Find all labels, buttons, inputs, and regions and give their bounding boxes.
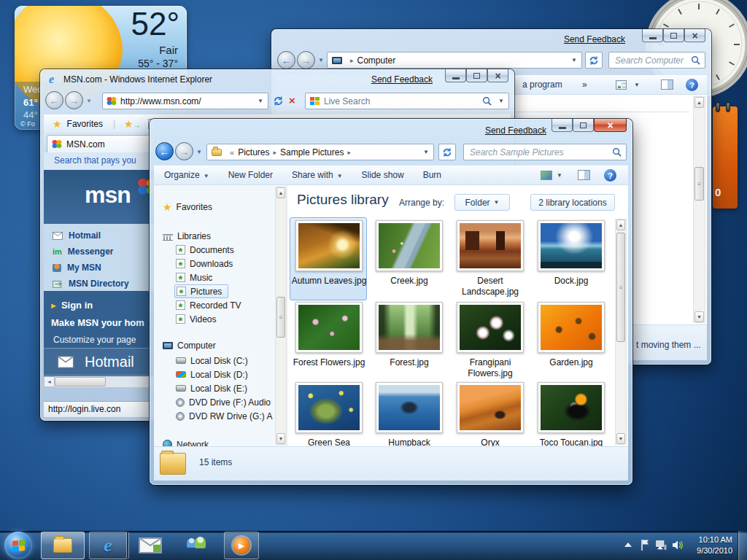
show-hidden-icons-button[interactable] <box>624 542 632 547</box>
recent-pages-chevron-icon[interactable]: ▼ <box>318 57 324 63</box>
network-tray-icon[interactable] <box>656 540 667 553</box>
customize-link[interactable]: Customize your page <box>53 335 136 345</box>
sidebar-item-dvd-f[interactable]: DVD Drive (F:) Audio <box>176 395 271 409</box>
scroll-down-button[interactable]: ▼ <box>694 311 704 322</box>
send-feedback-link[interactable]: Send Feedback <box>371 74 433 85</box>
sidebar-item-music[interactable]: *Music <box>176 271 212 284</box>
sidebar-item-favorites[interactable]: ★Favorites <box>163 200 212 214</box>
library-locations-button[interactable]: 2 library locations <box>530 194 615 211</box>
share-with-button[interactable]: Share with▼ <box>292 170 343 180</box>
search-box[interactable]: Search Sample Pictures <box>463 144 627 160</box>
preview-pane-icon[interactable] <box>661 79 673 90</box>
sidebar-item-disk-e[interactable]: Local Disk (E:) <box>176 381 247 395</box>
url-bar[interactable]: http://www.msn.com/ ▼ <box>102 93 268 109</box>
scroll-left-button[interactable]: ◄ <box>44 376 55 387</box>
items-scrollbar[interactable]: ▲ ≡ ▼ <box>615 219 627 445</box>
views-icon[interactable] <box>541 171 552 180</box>
forward-button[interactable]: → <box>65 91 83 109</box>
tray-clock[interactable]: 10:10 AM 9/30/2010 <box>697 534 732 556</box>
back-button[interactable]: ← <box>45 91 63 109</box>
calendar-gadget[interactable]: 0 <box>713 106 738 209</box>
show-desktop-button[interactable] <box>738 531 747 560</box>
breadcrumb-arrow-icon[interactable]: ▸ <box>269 149 280 156</box>
scroll-down-button[interactable]: ▼ <box>616 433 625 444</box>
stop-icon[interactable]: × <box>289 94 295 106</box>
link-row[interactable]: Hotmail <box>53 230 101 241</box>
address-bar[interactable]: « Pictures ▸ Sample Pictures ▸ ▼ <box>206 144 434 160</box>
scroll-thumb[interactable]: ≡ <box>694 167 704 201</box>
refresh-button[interactable] <box>273 96 284 109</box>
sidebar-item-pictures[interactable]: *Pictures <box>174 284 228 298</box>
maximize-button[interactable] <box>466 69 487 82</box>
search-icon[interactable] <box>691 55 700 65</box>
minimize-button[interactable] <box>642 29 663 42</box>
scroll-down-button[interactable]: ▼ <box>276 433 285 444</box>
scroll-up-button[interactable]: ▲ <box>694 97 704 108</box>
minimize-button[interactable] <box>445 69 466 82</box>
sidebar-item-downloads[interactable]: *Downloads <box>176 257 233 271</box>
arrange-by-button[interactable]: Folder▼ <box>454 194 510 211</box>
close-button[interactable]: × <box>487 69 508 82</box>
taskbar-messenger-button[interactable] <box>184 537 213 554</box>
sign-in-row[interactable]: ► Sign in <box>50 300 93 311</box>
recent-pages-chevron-icon[interactable]: ▼ <box>86 98 92 104</box>
help-icon[interactable]: ? <box>604 169 616 182</box>
views-dropdown-icon[interactable]: ▼ <box>557 172 562 179</box>
url-text[interactable]: http://www.msn.com/ <box>120 96 201 106</box>
breadcrumb-overflow-icon[interactable]: « <box>226 148 238 157</box>
recent-pages-chevron-icon[interactable]: ▼ <box>196 149 202 155</box>
breadcrumb-pictures[interactable]: Pictures <box>238 147 269 158</box>
action-center-flag-icon[interactable] <box>640 539 649 551</box>
scroll-up-button[interactable]: ▲ <box>276 187 285 198</box>
new-folder-button[interactable]: New Folder <box>228 170 273 180</box>
sidebar-item-disk-c[interactable]: Local Disk (C:) <box>176 354 248 368</box>
views-icon[interactable] <box>616 80 627 90</box>
back-button[interactable]: ← <box>155 142 174 160</box>
views-dropdown-icon[interactable]: ▼ <box>634 82 640 88</box>
sidebar-item-computer[interactable]: Computer <box>163 338 216 352</box>
forward-button[interactable]: → <box>297 51 315 69</box>
back-button[interactable]: ← <box>277 51 295 69</box>
close-button[interactable]: × <box>594 119 627 132</box>
start-button[interactable] <box>4 532 32 559</box>
add-favorite-icon[interactable]: ★→ <box>124 119 141 129</box>
navigation-scrollbar[interactable]: ▲ ≡ ▼ <box>275 187 287 445</box>
search-icon[interactable] <box>482 96 492 106</box>
toolbar-partial-item[interactable]: a program <box>522 79 562 90</box>
preview-pane-icon[interactable] <box>578 170 590 180</box>
organize-button[interactable]: Organize▼ <box>164 170 209 180</box>
slide-show-button[interactable]: Slide show <box>362 170 404 180</box>
pictures-window[interactable]: Send Feedback × ← → ▼ « Pictures ▸ Sampl… <box>150 119 632 485</box>
address-dropdown-icon[interactable]: ▼ <box>571 57 577 63</box>
volume-tray-icon[interactable] <box>672 540 684 553</box>
address-dropdown-icon[interactable]: ▼ <box>423 149 429 155</box>
favorites-button[interactable]: Favorites <box>67 119 103 129</box>
send-feedback-link[interactable]: Send Feedback <box>564 34 625 44</box>
breadcrumb-computer[interactable]: Computer <box>357 55 396 66</box>
scroll-thumb[interactable]: ≡ <box>616 233 625 342</box>
scrollbar[interactable]: ▲ ≡ ▼ <box>693 96 705 323</box>
taskbar-explorer-button[interactable] <box>41 532 85 559</box>
breadcrumb-arrow-icon[interactable]: ▸ <box>344 149 355 156</box>
scroll-up-button[interactable]: ▲ <box>616 219 625 230</box>
sidebar-item-disk-d[interactable]: Local Disk (D:) <box>176 368 248 381</box>
minimize-button[interactable] <box>551 119 573 132</box>
taskbar-ie-button[interactable]: e <box>89 532 127 559</box>
sidebar-item-recorded-tv[interactable]: *Recorded TV <box>176 298 241 312</box>
maximize-button[interactable] <box>573 119 594 132</box>
forward-button[interactable]: → <box>175 142 193 160</box>
send-feedback-link[interactable]: Send Feedback <box>485 125 546 136</box>
breadcrumb-sample-pictures[interactable]: Sample Pictures <box>280 147 344 158</box>
sidebar-item-videos[interactable]: *Videos <box>176 312 216 326</box>
search-options-icon[interactable]: ▼ <box>498 98 504 104</box>
taskbar-media-player-button[interactable]: ▶ <box>224 532 259 559</box>
link-row[interactable]: im Messenger <box>53 246 114 257</box>
link-row[interactable]: My MSN <box>53 262 101 273</box>
maximize-button[interactable] <box>663 29 684 42</box>
scroll-thumb[interactable] <box>55 377 106 386</box>
help-icon[interactable]: ? <box>686 79 698 91</box>
toolbar-overflow-icon[interactable]: » <box>582 79 587 90</box>
search-icon[interactable] <box>612 147 622 157</box>
search-pays-link[interactable]: Search that pays you <box>54 155 136 166</box>
link-row[interactable]: MSN Directory <box>53 279 129 289</box>
